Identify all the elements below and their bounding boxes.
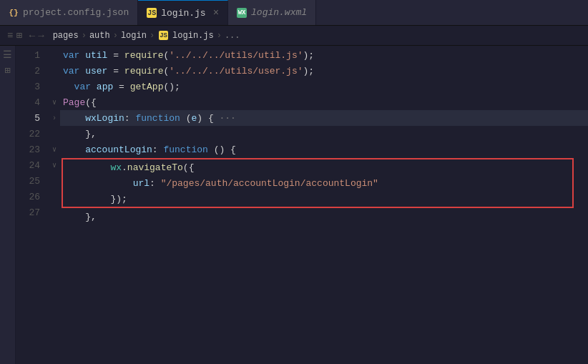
fold-5[interactable]: › (49, 110, 60, 126)
code-line-4: Page({ (60, 94, 588, 110)
code-line-27: }, (60, 209, 588, 225)
sidebar-bookmark-icon[interactable]: ⊞ (4, 66, 10, 76)
line-num-2: 2 (16, 63, 49, 79)
fold-24[interactable]: ∨ (49, 157, 60, 173)
breadcrumb-login-js[interactable]: login.js (172, 31, 214, 41)
code-line-26: }); (63, 191, 572, 207)
fold-22 (49, 126, 60, 142)
code-line-22: }, (60, 126, 588, 142)
line-num-26: 26 (16, 189, 49, 205)
fold-1 (49, 47, 60, 63)
line-num-27: 27 (16, 205, 49, 220)
line-num-23: 23 (16, 142, 49, 157)
fold-26 (49, 189, 60, 205)
forward-icon[interactable]: → (38, 31, 44, 41)
tab-label-login-wxml: login.wxml (251, 7, 307, 18)
code-lines: var util = require('../../../utils/util.… (60, 46, 588, 364)
js-icon-login: JS (147, 8, 157, 18)
code-line-3: var app = getApp(); (60, 79, 588, 94)
line-num-24: 24 (16, 157, 49, 173)
tab-label-login-js: login.js (161, 8, 205, 19)
code-line-5: wxLogin: function (e) { ··· (60, 110, 588, 126)
fold-column: ∨ › ∨ ∨ (49, 46, 60, 364)
bookmark-icon[interactable]: ⊞ (16, 31, 21, 41)
menu-icon[interactable]: ≡ (7, 31, 13, 41)
red-border-box: wx.navigateTo({ url: "/pages/auth/accoun… (62, 158, 574, 208)
json-icon: {} (9, 8, 19, 18)
fold-4[interactable]: ∨ (49, 94, 60, 110)
back-icon[interactable]: ← (29, 31, 35, 41)
line-numbers: 1 2 3 4 5 22 23 24 25 26 27 (16, 46, 49, 364)
breadcrumb-js-icon: JS (159, 31, 168, 40)
fold-3 (49, 79, 60, 94)
fold-25 (49, 173, 60, 189)
line-num-4: 4 (16, 94, 49, 110)
fold-27 (49, 205, 60, 220)
tab-bar: {} project.config.json JS login.js × WX … (0, 0, 588, 26)
breadcrumb-auth[interactable]: auth (89, 31, 110, 41)
tab-label-project-config: project.config.json (23, 7, 129, 18)
code-line-24: wx.navigateTo({ (63, 159, 572, 175)
code-area: 1 2 3 4 5 22 23 24 25 26 27 ∨ › ∨ ∨ (16, 46, 588, 364)
sidebar-menu-icon[interactable]: ☰ (3, 50, 12, 60)
tab-project-config[interactable]: {} project.config.json (0, 0, 138, 25)
line-num-3: 3 (16, 79, 49, 94)
close-icon[interactable]: × (213, 7, 219, 19)
breadcrumb-ellipsis: ... (225, 31, 240, 41)
fold-23[interactable]: ∨ (49, 142, 60, 157)
line-num-5: 5 (16, 110, 49, 126)
wxml-icon: WX (237, 8, 247, 18)
breadcrumb: ≡ ⊞ ← → pages › auth › login › JS login.… (0, 26, 588, 46)
tab-login-js[interactable]: JS login.js × (138, 0, 228, 25)
tab-login-wxml[interactable]: WX login.wxml (228, 0, 316, 25)
left-toolbar: ☰ ⊞ (0, 46, 16, 364)
code-line-25: url: "/pages/auth/accountLogin/accountLo… (63, 175, 572, 191)
line-num-22: 22 (16, 126, 49, 142)
code-line-2: var user = require('../../../utils/user.… (60, 63, 588, 79)
line-num-1: 1 (16, 47, 49, 63)
breadcrumb-pages[interactable]: pages (53, 31, 79, 41)
code-line-23: accountLogin: function () { (60, 142, 588, 157)
line-num-25: 25 (16, 173, 49, 189)
editor: ☰ ⊞ 1 2 3 4 5 22 23 24 25 26 27 ∨ › ∨ ∨ (0, 46, 588, 364)
fold-2 (49, 63, 60, 79)
breadcrumb-login[interactable]: login (121, 31, 147, 41)
code-line-1: var util = require('../../../utils/util.… (60, 47, 588, 63)
